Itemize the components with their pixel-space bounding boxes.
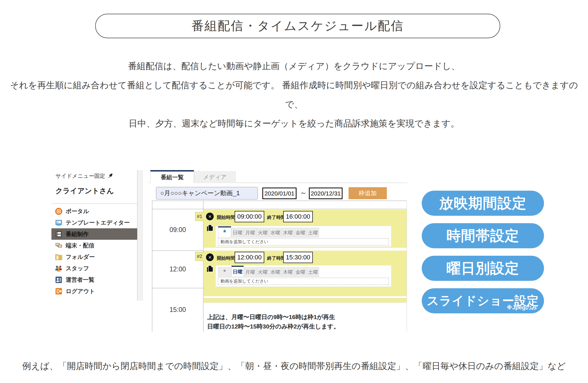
page: 番組配信・タイムスケジュール配信 番組配信は、配信したい動画や静止画（メディア）… (0, 0, 588, 383)
badge-slideshow-sub: ※Jpegのみ (507, 304, 537, 311)
start-time-label: 開始時間 (217, 215, 235, 221)
end-time-label: 終了時間 (267, 255, 285, 261)
start-time-input[interactable]: 12:00:00 (235, 252, 264, 263)
sidebar-item-program-production[interactable]: 番組制作 (51, 228, 137, 240)
day-tabs-card: * 日曜 月曜 火曜 水曜 木曜 金曜 土曜 動画を追加してください (215, 226, 391, 247)
copy-icon[interactable] (206, 265, 214, 273)
intro-line: 番組配信は、配信したい動画や静止画（メディア）をクラウドにアップロードし、 (0, 57, 588, 76)
day-tab-tuesday[interactable]: 火曜 (257, 228, 269, 237)
template-editor-icon (55, 219, 63, 227)
sidebar: サイドメニュー固定 クライアントさん ポータル (51, 170, 137, 301)
date-to-input[interactable]: 2020/12/31 (309, 188, 343, 199)
time-label: 09:00 (152, 226, 203, 234)
day-tab-wednesday[interactable]: 水曜 (269, 267, 281, 277)
end-time-input[interactable]: 16:00:00 (283, 211, 313, 222)
add-video-placeholder[interactable]: 動画を追加してください (218, 238, 389, 245)
time-label: 15:00 (152, 306, 203, 314)
sidebar-item-label: 番組制作 (66, 230, 89, 238)
day-tab-thursday[interactable]: 木曜 (282, 267, 294, 277)
day-tab-all[interactable]: * (218, 226, 231, 237)
sidebar-menu: ポータル テンプレートエディター 番組制作 (51, 205, 137, 297)
sidebar-item-label: フォルダー (66, 253, 95, 261)
badge-time-slot: 時間帯設定 (422, 223, 544, 248)
client-name: クライアントさん (55, 186, 114, 195)
date-from-input[interactable]: 2020/01/01 (262, 188, 297, 199)
sidebar-item-device-delivery[interactable]: 端末・配信 (51, 240, 137, 251)
sidebar-divider (51, 203, 137, 204)
schedule-block-1: #1 ✕ 開始時間 09:00:00 終了時間 16:00:00 * 日曜 月曜 (204, 210, 407, 248)
badge-broadcast-period: 放映期間設定 (422, 191, 544, 216)
sidebar-item-logout[interactable]: ログアウト (51, 285, 137, 297)
day-tabs-card: * 日曜 月曜 火曜 水曜 木曜 金曜 土曜 動画を追加してください (215, 265, 391, 287)
schedule-note-line: 上記は、月曜〜日曜日の9時〜16時は枠1が再生 (207, 312, 339, 322)
sidebar-item-operator-list[interactable]: 運営者一覧 (51, 274, 137, 285)
program-name-input[interactable]: ○月○○○キャンペーン動画_1 (156, 187, 258, 199)
block-number-tab: #2 (195, 252, 204, 261)
sidebar-pin-label: サイドメニュー固定 (55, 172, 105, 180)
sidebar-item-label: スタッフ (66, 265, 89, 272)
badge-slideshow: スライドショー設定 ※Jpegのみ (422, 288, 544, 313)
time-label: 12:00 (152, 265, 203, 273)
operator-list-icon (55, 276, 63, 284)
add-video-placeholder[interactable]: 動画を追加してください (218, 278, 389, 285)
schedule-block-2: #2 ✕ 開始時間 12:00:00 終了時間 15:30:00 * 日曜 月曜 (204, 251, 407, 296)
close-icon[interactable]: ✕ (206, 213, 214, 220)
page-title: 番組配信・タイムスケジュール配信 (95, 14, 500, 38)
sidebar-pin-toggle[interactable]: サイドメニュー固定 (55, 172, 114, 180)
end-time-input[interactable]: 15:30:00 (283, 252, 313, 263)
main-panel: 番組一覧 メディア ○月○○○キャンペーン動画_1 2020/01/01 ～ 2… (149, 170, 407, 332)
day-tab-friday[interactable]: 金曜 (294, 228, 307, 237)
schedule-note: 上記は、月曜〜日曜日の9時〜16時は枠1が再生 日曜日の12時〜15時30分のみ… (207, 312, 339, 331)
sidebar-item-label: ログアウト (66, 287, 95, 295)
badge-day-of-week: 曜日別設定 (422, 256, 544, 281)
start-time-label: 開始時間 (217, 255, 235, 261)
sidebar-item-label: 端末・配信 (66, 242, 94, 249)
sidebar-item-label: ポータル (66, 207, 89, 215)
day-tab-sunday[interactable]: 日曜 (231, 266, 244, 277)
add-frame-button[interactable]: 枠追加 (349, 187, 387, 199)
day-tab-wednesday[interactable]: 水曜 (269, 228, 281, 237)
day-tab-sunday[interactable]: 日曜 (231, 228, 244, 237)
intro-line: で、 (0, 95, 588, 114)
schedule-grid: 09:00 12:00 15:00 #1 ✕ 開始時間 09:00:00 終了時… (152, 201, 407, 332)
day-tab-tuesday[interactable]: 火曜 (257, 267, 269, 277)
end-time-label: 終了時間 (267, 215, 285, 221)
logout-icon (55, 287, 63, 295)
tab-media[interactable]: メディア (194, 171, 236, 183)
schedule-block-strip (204, 298, 407, 303)
day-tab-thursday[interactable]: 木曜 (282, 228, 294, 237)
day-tab-saturday[interactable]: 土曜 (307, 267, 319, 277)
intro-line: 日中、夕方、週末など時間毎にターゲットを絞った商品訴求施策を実現できます。 (0, 114, 588, 133)
day-tab-row: * 日曜 月曜 火曜 水曜 木曜 金曜 土曜 (218, 226, 319, 237)
intro-paragraph: 番組配信は、配信したい動画や静止画（メディア）をクラウドにアップロードし、 それ… (0, 57, 588, 133)
day-tab-row: * 日曜 月曜 火曜 水曜 木曜 金曜 土曜 (218, 266, 319, 277)
block-number-tab: #1 (195, 212, 204, 221)
day-tab-all[interactable]: * (218, 267, 231, 277)
start-time-input[interactable]: 09:00:00 (235, 211, 264, 222)
copy-icon[interactable] (206, 224, 214, 232)
bottom-note: 例えば、「開店時間から閉店時間までの時間設定」、「朝・昼・夜の時間帯別再生の番組… (0, 360, 588, 372)
folder-icon (55, 253, 63, 261)
day-tab-monday[interactable]: 月曜 (244, 267, 256, 277)
pushpin-icon (107, 173, 114, 179)
day-tab-saturday[interactable]: 土曜 (307, 228, 319, 237)
close-icon[interactable]: ✕ (206, 253, 214, 261)
portal-icon (55, 207, 63, 215)
tab-program-list[interactable]: 番組一覧 (150, 170, 194, 183)
schedule-note-line: 日曜日の12時〜15時30分のみ枠2が再生します。 (207, 322, 339, 331)
program-production-icon (55, 230, 63, 238)
staff-icon (55, 265, 63, 272)
day-tab-monday[interactable]: 月曜 (244, 228, 256, 237)
sidebar-item-folder[interactable]: フォルダー (51, 251, 137, 263)
intro-line: それを再生順に組み合わせて番組として配信することが可能です。 番組作成時に時間別… (0, 76, 588, 95)
sidebar-scroll-gutter (137, 170, 143, 301)
sidebar-item-template-editor[interactable]: テンプレートエディター (51, 217, 137, 228)
date-range-separator: ～ (298, 188, 309, 197)
sidebar-item-portal[interactable]: ポータル (51, 205, 137, 217)
app-screenshot: サイドメニュー固定 クライアントさん ポータル (51, 170, 407, 332)
sidebar-item-staff[interactable]: スタッフ (51, 263, 137, 274)
sidebar-item-label: テンプレートエディター (66, 219, 130, 227)
day-tab-friday[interactable]: 金曜 (294, 267, 307, 277)
sidebar-item-label: 運営者一覧 (66, 276, 94, 284)
grid-line (152, 209, 407, 209)
